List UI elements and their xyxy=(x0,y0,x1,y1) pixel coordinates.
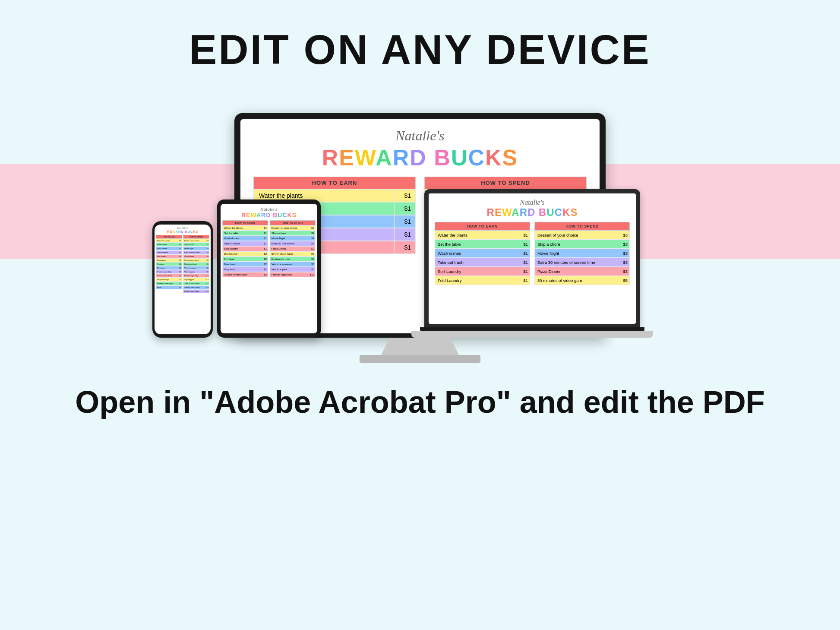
monitor-natalies-label: Natalie's xyxy=(395,128,445,144)
phone-table: HOW TO EARN Water the plants $1 Set the … xyxy=(156,235,209,293)
content-wrapper: EDIT ON ANY DEVICE Natalie's REWARD BUCK… xyxy=(0,0,840,441)
laptop-earn: HOW TO EARN Water the plants $1 Set the … xyxy=(435,222,530,285)
devices-row: Natalie's REWARD BUCKS HOW TO EARN Water… xyxy=(118,95,722,363)
monitor-stand xyxy=(377,338,463,355)
tablet-earn: HOW TO EARN Water the plants $1 Set the … xyxy=(222,220,268,277)
phone-earn: HOW TO EARN Water the plants $1 Set the … xyxy=(156,235,182,293)
laptop-reward-bucks: REWARD BUCKS xyxy=(487,206,578,218)
phone-reward-bucks: REWARD BUCKS xyxy=(167,230,198,234)
phone-screen: Natalie's REWARD BUCKS HOW TO EARN Water… xyxy=(155,225,211,334)
tablet-natalies: Natalie's xyxy=(260,206,277,212)
footer-text: Open in "Adobe Acrobat Pro" and edit the… xyxy=(75,384,765,420)
laptop-table: HOW TO EARN Water the plants $1 Set the … xyxy=(435,222,630,285)
monitor-earn-header: HOW TO EARN xyxy=(253,177,416,189)
main-title: EDIT ON ANY DEVICE xyxy=(189,26,651,73)
phone-spend: HOW TO SPEND Dessert your choice $3 Skip… xyxy=(183,235,209,293)
phone-body: Natalie's REWARD BUCKS HOW TO EARN Water… xyxy=(152,221,213,338)
monitor-spend-header: HOW TO SPEND xyxy=(424,177,587,189)
laptop-hinge xyxy=(420,327,644,331)
tablet-spend-header: HOW TO SPEND xyxy=(270,220,316,225)
laptop-base xyxy=(411,331,653,338)
monitor-reward-bucks-title: REWARD BUCKS xyxy=(322,145,518,171)
tablet-earn-header: HOW TO EARN xyxy=(222,220,268,225)
tablet-earn-r0: Water the plants $1 xyxy=(222,225,268,231)
tablet-reward-bucks: REWARD BUCKS xyxy=(241,212,297,218)
laptop-screen: Natalie's REWARD BUCKS HOW TO EARN Water… xyxy=(429,193,636,324)
tablet-spend: HOW TO SPEND Dessert of your choice $3 S… xyxy=(270,220,316,277)
tablet: Natalie's REWARD BUCKS HOW TO EARN Water… xyxy=(217,199,321,338)
laptop-spend: HOW TO SPEND Dessert of your choice $3 S… xyxy=(534,222,630,285)
laptop: Natalie's REWARD BUCKS HOW TO EARN Water… xyxy=(411,189,653,338)
tablet-table: HOW TO EARN Water the plants $1 Set the … xyxy=(222,220,316,277)
laptop-body: Natalie's REWARD BUCKS HOW TO EARN Water… xyxy=(424,189,640,327)
tablet-body: Natalie's REWARD BUCKS HOW TO EARN Water… xyxy=(217,199,321,338)
laptop-natalies: Natalie's xyxy=(520,199,545,206)
phone-natalies: Natalie's xyxy=(177,226,188,230)
phone: Natalie's REWARD BUCKS HOW TO EARN Water… xyxy=(152,221,213,338)
monitor-base xyxy=(360,355,480,363)
tablet-screen: Natalie's REWARD BUCKS HOW TO EARN Water… xyxy=(221,204,317,333)
